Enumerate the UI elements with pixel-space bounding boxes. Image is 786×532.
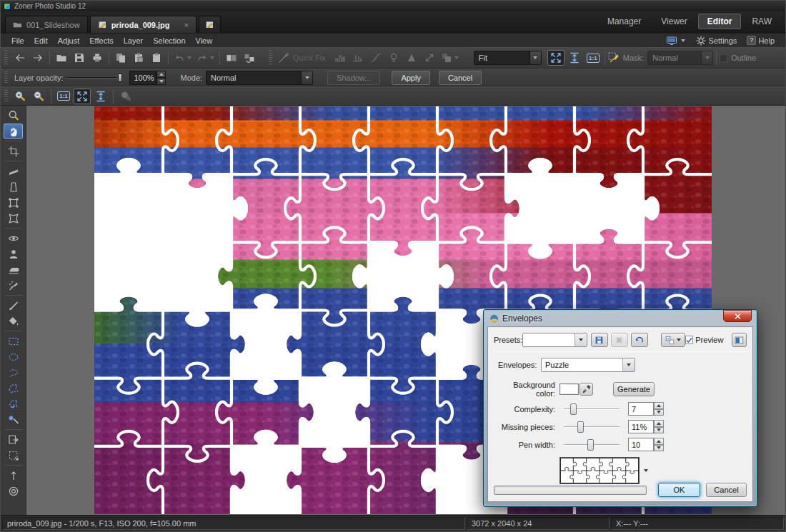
eyedropper-button[interactable] <box>579 383 593 396</box>
deform-tool-button[interactable] <box>4 195 23 210</box>
lasso-tool-button[interactable] <box>4 365 23 380</box>
menu-layer[interactable]: Layer <box>119 35 149 46</box>
menu-view[interactable]: View <box>191 35 218 46</box>
slider-spinner-1[interactable]: 11% <box>628 420 664 433</box>
titlebar[interactable]: Zoner Photo Studio 12 <box>1 1 785 11</box>
back-button[interactable] <box>11 50 29 66</box>
spin-up-button[interactable] <box>654 402 664 409</box>
move-tool-button[interactable] <box>4 468 23 483</box>
fit-screen-button[interactable] <box>547 50 564 66</box>
combo-arrow[interactable] <box>529 51 541 64</box>
spin-down-button[interactable] <box>654 409 664 416</box>
menu-adjust[interactable]: Adjust <box>53 35 85 46</box>
compare-windows-button[interactable] <box>223 50 240 66</box>
menu-edit[interactable]: Edit <box>29 35 53 46</box>
spin-up-button[interactable] <box>156 71 166 78</box>
toolbar-drag-handle[interactable] <box>269 51 272 65</box>
open-folder-button[interactable] <box>53 50 70 66</box>
paste-special-button[interactable] <box>130 50 147 66</box>
complexity-slider[interactable] <box>564 403 620 415</box>
combo-arrow[interactable] <box>622 358 635 371</box>
zoom-in-button[interactable] <box>11 89 29 104</box>
crop-tool-button[interactable] <box>4 144 23 159</box>
slider-value-0[interactable]: 7 <box>628 402 654 416</box>
background-color-swatch[interactable] <box>559 383 579 395</box>
combo-arrow[interactable] <box>574 333 587 346</box>
document-tab-001_Slideshow[interactable]: 001_Slideshow <box>5 16 88 33</box>
slider-value-1[interactable]: 11% <box>628 420 654 433</box>
clone-tool-button[interactable] <box>4 262 23 277</box>
dialog-titlebar[interactable]: Envelopes <box>484 310 757 326</box>
generate-button[interactable]: Generate <box>613 382 655 396</box>
help-button[interactable]: ? Help <box>743 36 778 45</box>
spin-up-button[interactable] <box>654 438 664 445</box>
preview-checkbox[interactable] <box>685 336 693 344</box>
print-button[interactable] <box>89 50 106 66</box>
brush-tool-button[interactable] <box>4 298 23 313</box>
copy-button[interactable] <box>112 50 129 66</box>
layer-opacity-spinner[interactable]: 100% <box>129 71 166 85</box>
missing-pieces-slider[interactable] <box>564 421 620 433</box>
slider-thumb[interactable] <box>570 403 577 415</box>
cancel-button[interactable]: Cancel <box>439 71 482 85</box>
portrait-tool-button[interactable] <box>4 246 23 261</box>
hand-tool-button[interactable] <box>4 124 23 139</box>
forward-button[interactable] <box>29 50 46 66</box>
fit-screen-button[interactable] <box>74 89 91 104</box>
filter-tool-button[interactable] <box>4 483 23 498</box>
pattern-dropdown-arrow[interactable] <box>644 469 648 472</box>
slider-thumb[interactable] <box>587 439 594 451</box>
menu-effects[interactable]: Effects <box>84 35 118 46</box>
preset-options-button[interactable] <box>661 333 685 347</box>
fit-height-button[interactable] <box>92 89 109 104</box>
perspective-tool-button[interactable] <box>4 179 23 194</box>
dialog-close-button[interactable] <box>723 310 752 322</box>
spin-down-button[interactable] <box>654 445 664 452</box>
toolbar-drag-handle[interactable] <box>4 71 8 83</box>
module-tab-raw[interactable]: RAW <box>742 14 781 29</box>
paste-selection-tool-button[interactable] <box>4 432 23 447</box>
apply-button[interactable]: Apply <box>392 71 430 85</box>
spin-down-button[interactable] <box>156 78 166 85</box>
zoom-level-combo[interactable]: Fit <box>474 51 542 65</box>
redeye-tool-button[interactable] <box>4 231 23 246</box>
puzzle-pattern-preview[interactable] <box>559 457 640 484</box>
slider-thumb[interactable] <box>577 421 584 433</box>
spin-down-button[interactable] <box>654 427 664 434</box>
slider-spinner-2[interactable]: 10 <box>628 438 664 451</box>
reset-preset-button[interactable] <box>631 333 648 347</box>
settings-button[interactable]: Settings <box>692 35 741 46</box>
one-to-one-button[interactable]: 1:1 <box>55 89 72 104</box>
paste-button[interactable] <box>148 50 165 66</box>
zoom-out-button[interactable] <box>30 89 47 104</box>
polygon-lasso-tool-button[interactable] <box>4 381 23 396</box>
module-tab-editor[interactable]: Editor <box>698 14 742 29</box>
fill-tool-button[interactable] <box>4 313 23 328</box>
select-ellipse-tool-button[interactable] <box>4 349 23 364</box>
module-tab-viewer[interactable]: Viewer <box>652 14 696 29</box>
presets-combo[interactable] <box>522 333 587 347</box>
zoom-tool-button[interactable] <box>4 108 23 123</box>
mask-brush-icon[interactable] <box>608 52 620 64</box>
select-rect-tool-button[interactable] <box>4 333 23 348</box>
transform-selection-tool-button[interactable] <box>4 448 23 463</box>
toolbar-drag-handle[interactable] <box>4 51 8 65</box>
magnetic-lasso-tool-button[interactable] <box>4 396 23 411</box>
layer-opacity-slider[interactable] <box>66 73 124 83</box>
slider-spinner-0[interactable]: 7 <box>628 402 664 416</box>
toolbar-drag-handle[interactable] <box>4 90 8 103</box>
magic-wand-tool-button[interactable] <box>4 412 23 427</box>
module-tab-manager[interactable]: Manager <box>598 14 650 29</box>
one-to-one-button[interactable]: 1:1 <box>584 50 602 66</box>
display-mode-button[interactable] <box>662 35 689 46</box>
ok-button[interactable]: OK <box>658 483 700 497</box>
blend-mode-combo[interactable]: Normal <box>206 71 313 85</box>
spin-up-button[interactable] <box>654 420 664 427</box>
slider-value-2[interactable]: 10 <box>628 438 654 451</box>
warp-tool-button[interactable] <box>4 211 23 226</box>
straighten-tool-button[interactable] <box>4 164 23 179</box>
side-by-side-preview-button[interactable] <box>732 333 747 347</box>
tab-close-icon[interactable]: × <box>184 21 189 29</box>
save-preset-button[interactable] <box>591 333 608 347</box>
slider-thumb[interactable] <box>118 74 122 82</box>
